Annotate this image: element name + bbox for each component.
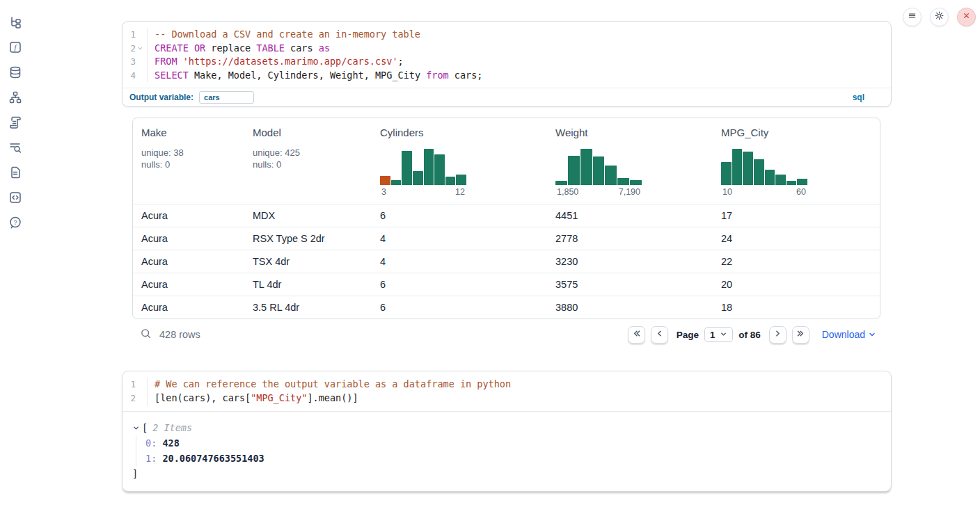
table-footer: 428 rows Page 1 of 86 Download xyxy=(132,321,880,348)
histogram-bar[interactable] xyxy=(424,149,434,185)
line-number: 2 xyxy=(122,392,148,405)
sidebar-item-documentation[interactable] xyxy=(8,166,22,179)
sidebar-item-logs[interactable] xyxy=(8,140,22,154)
histogram-bar[interactable] xyxy=(754,159,764,185)
table-cell: 4 xyxy=(372,233,547,244)
column-header-make[interactable]: Makeunique: 38nulls: 0 xyxy=(133,127,244,170)
line-number: 3 xyxy=(122,55,148,69)
code-token: [len(cars), cars[ xyxy=(155,392,251,403)
histogram-bar[interactable] xyxy=(593,156,605,185)
axis-label: 1,850 xyxy=(557,187,578,197)
outline-icon xyxy=(8,115,22,129)
sidebar-item-variables[interactable]: f xyxy=(8,40,22,54)
histogram-bar[interactable] xyxy=(732,149,743,185)
tree-entry: 0: 428 xyxy=(145,436,881,451)
axis-label: 10 xyxy=(722,187,732,197)
code-token xyxy=(189,42,194,54)
sidebar-item-outline[interactable] xyxy=(8,115,22,129)
tree-collapse-toggle[interactable] xyxy=(132,424,140,432)
histogram-bar[interactable] xyxy=(555,181,567,185)
histogram-bar[interactable] xyxy=(402,151,412,185)
column-histogram[interactable]: 1060 xyxy=(721,149,807,197)
python-code-editor[interactable]: 1# We can reference the output variable … xyxy=(122,371,891,410)
table-row[interactable]: AcuraRSX Type S 2dr4277824 xyxy=(133,227,880,250)
first-page-button[interactable] xyxy=(628,326,645,344)
histogram-bar[interactable] xyxy=(630,180,642,185)
table-cell: 3.5 RL 4dr xyxy=(244,302,372,313)
snippets-icon xyxy=(8,191,22,204)
python-cell: 1# We can reference the output variable … xyxy=(122,371,892,492)
histogram-bar[interactable] xyxy=(434,154,445,185)
column-header-weight[interactable]: Weight1,8507,190 xyxy=(547,127,713,197)
table-row[interactable]: AcuraTSX 4dr4323022 xyxy=(133,250,880,273)
table-row[interactable]: Acura3.5 RL 4dr6388018 xyxy=(133,296,880,319)
row-count: 428 rows xyxy=(159,329,200,340)
column-histogram[interactable]: 1,8507,190 xyxy=(555,149,642,197)
table-row[interactable]: AcuraTL 4dr6357520 xyxy=(133,273,880,296)
histogram-bar[interactable] xyxy=(413,171,423,185)
table-body: AcuraMDX6445117AcuraRSX Type S 2dr427782… xyxy=(133,204,880,319)
histogram-bar[interactable] xyxy=(797,179,807,185)
code-text: [len(cars), cars["MPG_City"].mean()] xyxy=(148,392,358,405)
histogram-bars xyxy=(555,149,642,185)
code-line: 4SELECT Make, Model, Cylinders, Weight, … xyxy=(122,69,891,83)
column-stat: nulls: 0 xyxy=(253,159,363,171)
topbar-actions xyxy=(903,8,976,26)
histogram-bar[interactable] xyxy=(456,175,466,185)
settings-button[interactable] xyxy=(930,8,949,26)
page-select-value: 1 xyxy=(710,330,715,340)
fold-toggle-icon[interactable] xyxy=(137,45,143,51)
next-page-button[interactable] xyxy=(769,326,787,344)
table-cell: TSX 4dr xyxy=(244,256,372,267)
histogram-bar[interactable] xyxy=(580,149,592,185)
sidebar-item-help[interactable]: ? xyxy=(8,216,22,230)
histogram-bar[interactable] xyxy=(391,180,402,185)
histogram-bar[interactable] xyxy=(568,156,580,185)
code-line: 2[len(cars), cars["MPG_City"].mean()] xyxy=(122,392,891,405)
sql-cell: 1-- Download a CSV and create an in-memo… xyxy=(122,21,892,107)
close-button[interactable] xyxy=(957,8,976,26)
previous-page-button[interactable] xyxy=(651,326,668,344)
column-stats: unique: 38nulls: 0 xyxy=(141,147,236,170)
sidebar-item-file-explorer[interactable] xyxy=(8,15,22,29)
table-cell: Acura xyxy=(133,210,244,221)
chevrons-left-icon xyxy=(632,328,641,341)
sidebar-item-data-sources[interactable] xyxy=(8,65,22,79)
histogram-bar[interactable] xyxy=(743,152,753,185)
histogram-bar[interactable] xyxy=(787,181,797,185)
chevron-down-icon xyxy=(132,424,140,432)
histogram-bar[interactable] xyxy=(775,175,786,185)
last-page-button[interactable] xyxy=(792,326,809,344)
code-token: ].mean()] xyxy=(307,392,358,403)
histogram-bar[interactable] xyxy=(380,176,390,185)
sidebar-item-dependency-graph[interactable] xyxy=(8,90,22,104)
histogram-bar[interactable] xyxy=(617,178,629,185)
search-button[interactable] xyxy=(138,327,153,342)
menu-button[interactable] xyxy=(903,8,922,26)
tree-entries: 0: 4281: 20.060747663551403 xyxy=(136,436,881,467)
code-token xyxy=(177,56,183,67)
column-header-cylinders[interactable]: Cylinders312 xyxy=(372,127,547,197)
code-token: # We can reference the output variable a… xyxy=(155,378,511,389)
histogram-bar[interactable] xyxy=(765,170,775,185)
histogram-bar[interactable] xyxy=(721,162,732,185)
column-header-model[interactable]: Modelunique: 425nulls: 0 xyxy=(244,127,372,170)
table-cell: 3230 xyxy=(547,256,713,267)
notebook: 1-- Download a CSV and create an in-memo… xyxy=(122,0,892,492)
sidebar-item-snippets[interactable] xyxy=(8,191,22,204)
download-button[interactable]: Download xyxy=(822,329,876,341)
page-select[interactable]: 1 xyxy=(704,327,733,342)
table-cell: Acura xyxy=(133,302,244,313)
code-text: -- Download a CSV and create an in-memor… xyxy=(148,28,420,42)
histogram-bar[interactable] xyxy=(445,177,456,185)
code-token: FROM xyxy=(155,56,177,67)
column-header-mpg_city[interactable]: MPG_City1060 xyxy=(713,127,880,197)
language-badge: sql xyxy=(853,92,864,102)
output-variable-input[interactable] xyxy=(199,91,254,104)
histogram-bar[interactable] xyxy=(605,166,617,185)
code-text: FROM 'https://datasets.marimo.app/cars.c… xyxy=(148,55,404,69)
code-text: CREATE OR replace TABLE cars as xyxy=(148,42,330,56)
table-row[interactable]: AcuraMDX6445117 xyxy=(133,204,880,227)
column-histogram[interactable]: 312 xyxy=(380,149,466,197)
sql-code-editor[interactable]: 1-- Download a CSV and create an in-memo… xyxy=(122,22,891,88)
